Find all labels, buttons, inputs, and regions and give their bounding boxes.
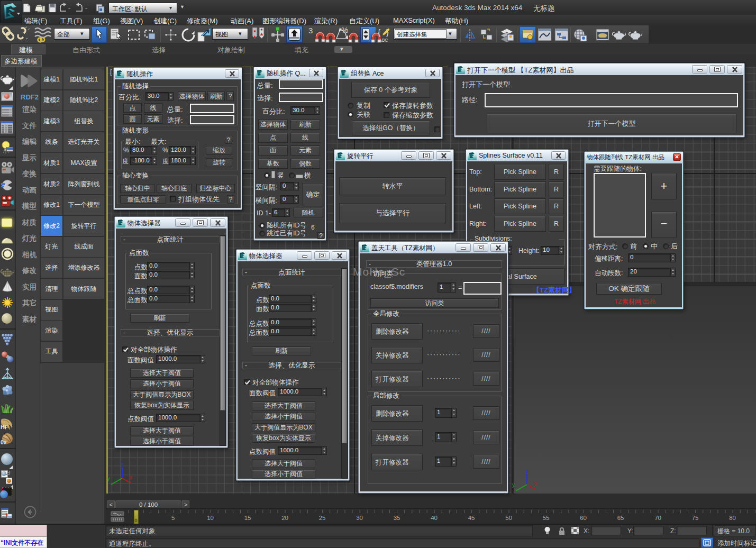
svg-text:{: {: [378, 28, 380, 36]
svg-text:z: z: [525, 469, 528, 474]
svg-text:x: x: [130, 474, 132, 480]
svg-text:ABC: ABC: [379, 38, 388, 43]
svg-text:y: y: [512, 482, 515, 488]
svg-text:z: z: [121, 462, 123, 468]
svg-text:x: x: [534, 481, 537, 487]
svg-text:y: y: [107, 476, 110, 481]
